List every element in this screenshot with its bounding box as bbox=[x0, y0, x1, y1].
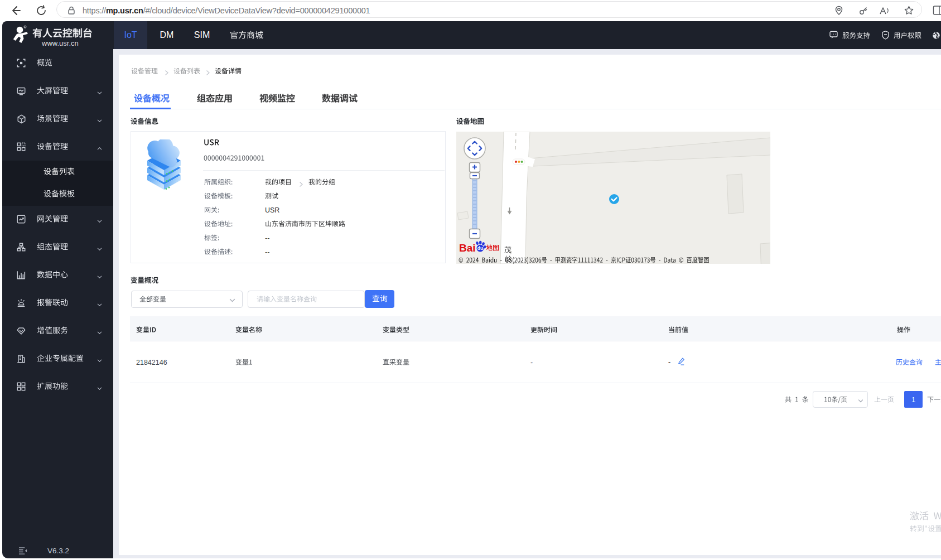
svg-text:du: du bbox=[477, 246, 483, 251]
